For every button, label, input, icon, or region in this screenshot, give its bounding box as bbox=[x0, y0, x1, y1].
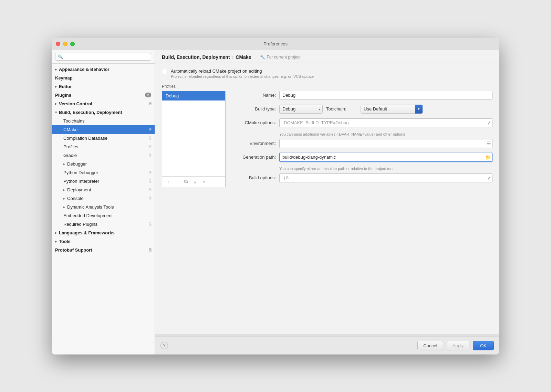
sidebar-item-python-debugger[interactable]: Python Debugger ⎘ bbox=[52, 168, 155, 177]
minimize-button[interactable] bbox=[63, 42, 67, 46]
sidebar-item-console[interactable]: ▸ Console ⎘ bbox=[52, 194, 155, 203]
bottom-left: ? bbox=[160, 342, 168, 349]
help-button[interactable]: ? bbox=[160, 342, 168, 349]
sidebar-item-label: Toolchains bbox=[63, 118, 84, 124]
profile-item-debug[interactable]: Debug bbox=[162, 91, 225, 100]
environment-row: Environment: ☰ bbox=[231, 139, 492, 148]
copy-icon: ⎘ bbox=[149, 136, 151, 140]
sidebar-item-keymap[interactable]: Keymap bbox=[52, 74, 155, 82]
sidebar-item-label: Appearance & Behavior bbox=[59, 67, 110, 72]
environment-wrapper: ☰ bbox=[279, 139, 492, 148]
chevron-icon: ▸ bbox=[63, 205, 65, 209]
move-up-button[interactable]: ▲ bbox=[191, 178, 199, 186]
sidebar-item-label: Build, Execution, Deployment bbox=[59, 110, 122, 115]
form-area: Name: Build type: Debug Release bbox=[231, 91, 492, 187]
sidebar-item-cmake[interactable]: CMake ⎘ bbox=[52, 125, 155, 134]
copy-icon: ⎘ bbox=[149, 247, 151, 252]
panel-body: Automatically reload CMake project on ed… bbox=[155, 63, 499, 334]
plugins-badge: 2 bbox=[145, 93, 151, 97]
sidebar-item-debugger[interactable]: ▸ Debugger bbox=[52, 160, 155, 168]
sidebar-item-embedded[interactable]: Embedded Development bbox=[52, 211, 155, 220]
chevron-icon: ▸ bbox=[63, 197, 65, 200]
project-icon: 🔧 bbox=[260, 55, 265, 60]
remove-profile-button[interactable]: − bbox=[173, 178, 181, 186]
copy-icon: ⎘ bbox=[149, 153, 151, 158]
sidebar-item-label: CMake bbox=[63, 127, 77, 132]
apply-button[interactable]: Apply bbox=[447, 341, 470, 350]
cancel-button[interactable]: Cancel bbox=[417, 341, 443, 350]
sidebar-item-protobuf[interactable]: Protobuf Support ⎘ bbox=[52, 246, 155, 254]
sidebar-item-toolchains[interactable]: Toolchains bbox=[52, 117, 155, 125]
sidebar-item-custom-build[interactable]: Profiles ⎘ bbox=[52, 142, 155, 151]
sidebar-item-appearance[interactable]: ▸ Appearance & Behavior bbox=[52, 65, 155, 74]
sidebar-item-label: Compilation Database bbox=[63, 136, 107, 141]
sidebar-item-tools[interactable]: ▸ Tools bbox=[52, 237, 155, 246]
search-wrapper[interactable]: 🔍 bbox=[55, 53, 151, 61]
sidebar-item-gradle[interactable]: Gradle ⎘ bbox=[52, 151, 155, 160]
sidebar-item-python-interpreter[interactable]: Python Interpreter ⎘ bbox=[52, 177, 155, 186]
sidebar-item-label: Console bbox=[67, 196, 84, 201]
sidebar-item-version-control[interactable]: ▸ Version Control ⎘ bbox=[52, 99, 155, 108]
build-type-select-container: Debug Release RelWithDebInfo MinSizeRel … bbox=[279, 105, 323, 114]
sidebar-item-required-plugins[interactable]: Required Plugins ⎘ bbox=[52, 220, 155, 229]
sidebar-item-languages[interactable]: ▸ Languages & Frameworks bbox=[52, 229, 155, 237]
sidebar: 🔍 ▸ Appearance & Behavior Keymap ▸ Edito… bbox=[52, 50, 155, 354]
auto-reload-hint: Project is reloaded regardless of this o… bbox=[171, 74, 314, 78]
close-button[interactable] bbox=[56, 42, 60, 46]
chevron-icon: ▸ bbox=[55, 102, 57, 106]
copy-icon: ⎘ bbox=[149, 179, 151, 183]
sidebar-item-label: Version Control bbox=[59, 101, 92, 106]
generation-path-input[interactable] bbox=[279, 153, 492, 162]
sidebar-item-plugins[interactable]: Plugins 2 bbox=[52, 91, 155, 99]
toolchain-select-container: Use Default ▾ bbox=[361, 105, 423, 114]
auto-reload-row: Automatically reload CMake project on ed… bbox=[162, 68, 492, 78]
right-panel: Build, Execution, Deployment › CMake 🔧 F… bbox=[155, 50, 499, 354]
sidebar-item-label: Dynamic Analysis Tools bbox=[67, 204, 114, 210]
cmake-options-expand-btn[interactable]: ⤢ bbox=[487, 120, 491, 126]
build-options-wrapper: ⤢ bbox=[279, 173, 492, 182]
titlebar: Preferences bbox=[52, 38, 499, 50]
panel-header: Build, Execution, Deployment › CMake 🔧 F… bbox=[155, 50, 499, 63]
sidebar-item-label: Editor bbox=[59, 84, 72, 89]
window-title: Preferences bbox=[263, 41, 288, 46]
build-type-select[interactable]: Debug Release RelWithDebInfo MinSizeRel bbox=[279, 105, 323, 114]
search-input[interactable] bbox=[64, 54, 148, 59]
sidebar-item-label: Python Debugger bbox=[63, 170, 98, 175]
sidebar-item-label: Embedded Development bbox=[63, 213, 113, 218]
build-type-row: Build type: Debug Release RelWithDebInfo… bbox=[231, 105, 492, 114]
sidebar-item-dynamic-analysis[interactable]: ▸ Dynamic Analysis Tools bbox=[52, 203, 155, 211]
chevron-icon: ▸ bbox=[55, 85, 57, 88]
main-content: 🔍 ▸ Appearance & Behavior Keymap ▸ Edito… bbox=[52, 50, 499, 354]
toolchain-select[interactable]: Use Default bbox=[361, 105, 423, 114]
generation-path-label: Generation path: bbox=[231, 155, 276, 160]
profiles-label: Profiles bbox=[162, 84, 492, 89]
build-type-label: Build type: bbox=[231, 106, 276, 112]
profiles-section: Profiles Debug + − ⧉ ▲ bbox=[162, 84, 492, 187]
name-input[interactable] bbox=[279, 91, 492, 100]
sidebar-item-build-exec[interactable]: ▾ Build, Execution, Deployment bbox=[52, 108, 155, 117]
build-options-input[interactable] bbox=[279, 173, 492, 182]
generation-path-browse-btn[interactable]: 📁 bbox=[485, 155, 491, 160]
copy-icon: ⎘ bbox=[149, 101, 151, 106]
nav-list: ▸ Appearance & Behavior Keymap ▸ Editor … bbox=[52, 64, 155, 256]
move-down-button[interactable]: ▼ bbox=[200, 178, 208, 186]
ok-button[interactable]: OK bbox=[473, 341, 494, 350]
sidebar-item-editor[interactable]: ▸ Editor bbox=[52, 82, 155, 91]
bottom-right: Cancel Apply OK bbox=[417, 341, 494, 350]
build-options-expand-btn[interactable]: ⤢ bbox=[487, 175, 491, 181]
scrollbar-area bbox=[155, 334, 499, 337]
auto-reload-checkbox[interactable] bbox=[162, 69, 167, 74]
copy-profile-button[interactable]: ⧉ bbox=[182, 178, 190, 186]
environment-edit-btn[interactable]: ☰ bbox=[487, 141, 491, 146]
copy-icon: ⎘ bbox=[149, 187, 151, 192]
environment-input[interactable] bbox=[279, 139, 492, 148]
sidebar-item-deployment[interactable]: ▸ Deployment ⎘ bbox=[52, 186, 155, 194]
chevron-icon: ▸ bbox=[63, 188, 65, 192]
sidebar-item-label: Required Plugins bbox=[63, 222, 97, 227]
maximize-button[interactable] bbox=[70, 42, 75, 46]
preferences-window: Preferences 🔍 ▸ Appearance & Behavior Ke… bbox=[52, 38, 499, 354]
cmake-options-input[interactable] bbox=[279, 118, 492, 127]
copy-icon: ⎘ bbox=[149, 144, 151, 149]
sidebar-item-compilation-db[interactable]: Compilation Database ⎘ bbox=[52, 134, 155, 142]
add-profile-button[interactable]: + bbox=[164, 178, 172, 186]
